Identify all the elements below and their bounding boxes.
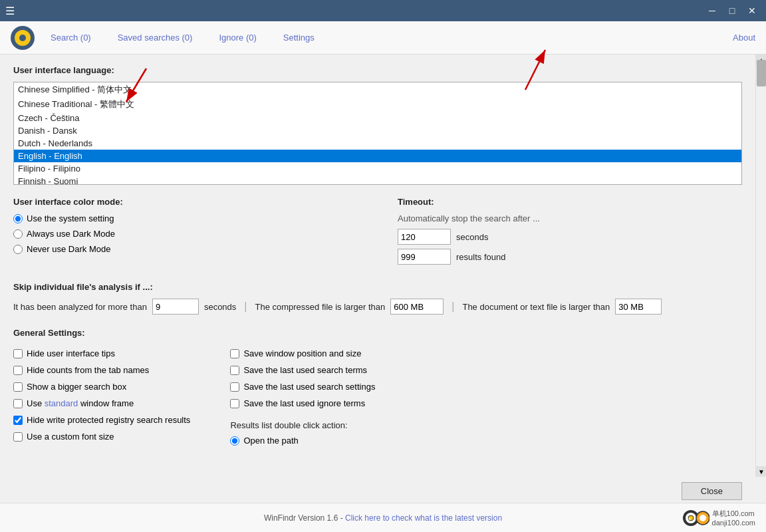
cb-hide-tips-input[interactable]: [13, 349, 23, 358]
scrollbar-arrow-down[interactable]: ▼: [756, 466, 766, 477]
skip-section: Skip individual file's analysis if ...: …: [13, 282, 742, 315]
lang-item[interactable]: Finnish - Suomi: [14, 175, 741, 185]
cb-standard-frame[interactable]: Use standard window frame: [13, 398, 190, 408]
cb-save-ignore-input[interactable]: [230, 399, 239, 408]
footer-version-text: WinFindr Version 1.6 -: [264, 513, 345, 523]
cb-save-window[interactable]: Save window position and size: [230, 348, 375, 358]
language-listbox[interactable]: Chinese Simplified - 简体中文 Chinese Tradit…: [13, 82, 742, 185]
timeout-seconds-row: seconds: [398, 229, 742, 245]
language-listbox-inner: Chinese Simplified - 简体中文 Chinese Tradit…: [14, 82, 741, 185]
danji-text: 单机100.com danji100.com: [712, 509, 755, 527]
radio-no-dark-mode[interactable]: Never use Dark Mode: [13, 244, 358, 254]
cb-custom-font[interactable]: Use a custom font size: [13, 432, 190, 442]
window-close-button[interactable]: ✕: [743, 3, 761, 18]
footer-logo: + 单机100.com danji100.com: [683, 506, 755, 530]
cb-bigger-search-input[interactable]: [13, 382, 23, 392]
cb-save-search-settings[interactable]: Save the last used search settings: [230, 382, 375, 392]
danji-line2: danji100.com: [712, 519, 755, 527]
skip-document-input[interactable]: [615, 299, 662, 315]
tab-about[interactable]: About: [733, 33, 755, 43]
timeout-results-row: results found: [398, 249, 742, 265]
danji-line1: 单机100.com: [712, 509, 755, 519]
radio-open-path[interactable]: Open the path: [230, 436, 375, 446]
timeout-results-unit: results found: [456, 252, 505, 262]
timeout-results-input[interactable]: [398, 249, 451, 265]
skip-compressed-label: The compressed file is larger than: [255, 302, 385, 312]
lang-item[interactable]: Filipino - Filipino: [14, 162, 741, 175]
tab-settings[interactable]: Settings: [283, 33, 315, 43]
main-window: ☰ ─ □ ✕ Search (0) Saved searches (0) Ig…: [0, 0, 766, 532]
scrollbar-thumb[interactable]: [757, 60, 766, 86]
lang-item[interactable]: Danish - Dansk: [14, 124, 741, 137]
results-action-section: Results list double click action: Open t…: [230, 420, 375, 446]
svg-text:+: +: [688, 517, 691, 521]
lang-item-english[interactable]: English - English: [14, 150, 741, 162]
tab-search[interactable]: Search (0): [51, 33, 91, 43]
cb-save-search-terms-input[interactable]: [230, 366, 239, 375]
timeout-seconds-input[interactable]: [398, 229, 451, 245]
right-scrollbar[interactable]: ▲ ▼: [755, 55, 766, 477]
timeout-title: Timeout:: [398, 197, 742, 207]
cb-hide-counts[interactable]: Hide counts from the tab names: [13, 365, 190, 375]
footer-text: WinFindr Version 1.6 - Click here to che…: [264, 513, 502, 523]
cb-bigger-search[interactable]: Show a bigger search box: [13, 382, 190, 392]
lang-item[interactable]: Chinese Traditional - 繁體中文: [14, 97, 741, 112]
maximize-button[interactable]: □: [723, 3, 741, 18]
skip-compressed-input[interactable]: [390, 299, 444, 315]
tab-ignore[interactable]: Ignore (0): [219, 33, 256, 43]
language-listbox-container: Chinese Simplified - 简体中文 Chinese Tradit…: [13, 82, 742, 185]
skip-document-label: The document or text file is larger than: [462, 302, 610, 312]
footer-link[interactable]: Click here to check what is the latest v…: [345, 513, 502, 523]
skip-seconds-input[interactable]: [152, 299, 199, 315]
radio-dark-mode[interactable]: Always use Dark Mode: [13, 229, 358, 239]
footer-bar: WinFindr Version 1.6 - Click here to che…: [0, 503, 766, 532]
tab-saved-searches[interactable]: Saved searches (0): [118, 33, 193, 43]
radio-nodark-input[interactable]: [13, 245, 23, 254]
cb-save-ignore[interactable]: Save the last used ignore terms: [230, 398, 375, 408]
skip-separator-1: |: [244, 301, 247, 313]
cb-bigger-search-label: Show a bigger search box: [27, 382, 126, 392]
timeout-seconds-unit: seconds: [456, 232, 488, 242]
radio-system-label: Use the system setting: [27, 213, 114, 223]
skip-seconds-unit: seconds: [204, 302, 236, 312]
logo-dot: [19, 35, 26, 41]
app-logo: [11, 26, 35, 50]
radio-open-path-label: Open the path: [243, 436, 298, 446]
general-title: General Settings:: [13, 328, 742, 338]
cb-save-search-settings-input[interactable]: [230, 382, 239, 392]
lang-item[interactable]: Dutch - Nederlands: [14, 137, 741, 150]
cb-hide-tips[interactable]: Hide user interface tips: [13, 348, 190, 358]
cb-standard-frame-input[interactable]: [13, 399, 23, 408]
lang-item[interactable]: Czech - Čeština: [14, 112, 741, 124]
hamburger-icon[interactable]: ☰: [5, 5, 15, 17]
minimize-button[interactable]: ─: [703, 3, 721, 18]
cb-hide-registry[interactable]: Hide write protected registry search res…: [13, 415, 190, 425]
radio-system-setting[interactable]: Use the system setting: [13, 213, 358, 223]
cb-hide-registry-label: Hide write protected registry search res…: [27, 415, 190, 425]
cb-save-window-input[interactable]: [230, 349, 239, 358]
color-mode-radio-group: Use the system setting Always use Dark M…: [13, 213, 358, 254]
timeout-description: Automatically stop the search after ...: [398, 213, 742, 223]
radio-open-path-input[interactable]: [230, 436, 239, 446]
skip-separator-2: |: [451, 301, 454, 313]
radio-system-input[interactable]: [13, 214, 23, 223]
general-section: General Settings: Hide user interface ti…: [13, 328, 742, 446]
cb-save-search-terms[interactable]: Save the last used search terms: [230, 365, 375, 375]
cb-hide-registry-input[interactable]: [13, 416, 23, 425]
close-button-area: Close: [0, 477, 766, 503]
main-content: User interface language: Chinese Simplif…: [0, 55, 766, 477]
close-button[interactable]: Close: [682, 482, 742, 500]
lang-item[interactable]: Chinese Simplified - 简体中文: [14, 82, 741, 97]
nav-tabs: Search (0) Saved searches (0) Ignore (0)…: [51, 33, 755, 43]
general-two-col: Hide user interface tips Hide counts fro…: [13, 344, 742, 446]
cb-hide-tips-label: Hide user interface tips: [27, 348, 115, 358]
language-section-title: User interface language:: [13, 65, 742, 75]
logo-inner: [15, 30, 31, 46]
cb-hide-counts-input[interactable]: [13, 366, 23, 375]
cb-custom-font-input[interactable]: [13, 432, 23, 442]
skip-section-title: Skip individual file's analysis if ...:: [13, 282, 742, 292]
radio-dark-input[interactable]: [13, 229, 23, 239]
nav-bar: Search (0) Saved searches (0) Ignore (0)…: [0, 21, 766, 55]
color-mode-section: User interface color mode: Use the syste…: [13, 197, 358, 269]
title-bar-controls: ─ □ ✕: [703, 3, 761, 18]
